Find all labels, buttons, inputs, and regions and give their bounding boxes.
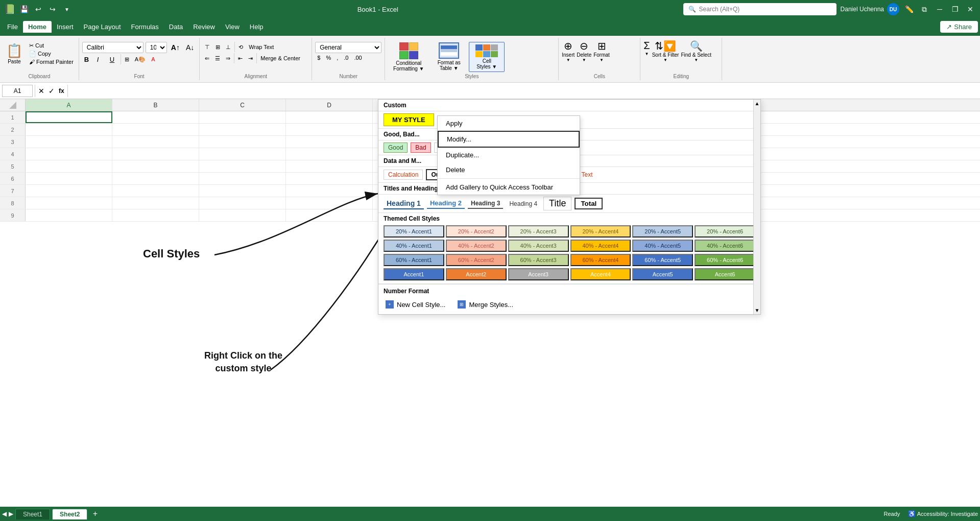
accent2-60-button[interactable]: 60% - Accent2 (446, 254, 507, 266)
borders-button[interactable]: ⊞ (123, 56, 131, 63)
sheet-tab-sheet1[interactable]: Sheet1 (15, 509, 50, 519)
bad-style-button[interactable]: Bad (411, 143, 431, 153)
paste-button[interactable]: 📋 Paste (3, 40, 26, 67)
align-middle-button[interactable]: ⊞ (213, 43, 222, 51)
cell-a5[interactable] (26, 160, 112, 172)
cell-b9[interactable] (112, 209, 199, 221)
format-painter-button[interactable]: 🖌 Format Painter (27, 58, 76, 65)
cell-b4[interactable] (112, 148, 199, 160)
menu-formulas[interactable]: Formulas (126, 21, 164, 33)
new-cell-style-button[interactable]: + New Cell Style... (384, 299, 447, 310)
align-right-button[interactable]: ⇒ (224, 55, 232, 62)
restore-button[interactable]: ⧉ (919, 4, 930, 15)
accent1-20-button[interactable]: 20% - Accent1 (384, 225, 444, 238)
col-header-b[interactable]: B (112, 99, 199, 111)
accent3-40-button[interactable]: 40% - Accent3 (508, 240, 569, 252)
accent1-60-button[interactable]: 60% - Accent1 (384, 254, 444, 266)
cell-b6[interactable] (112, 173, 199, 184)
pen-button[interactable]: ✏️ (903, 4, 915, 15)
accent4-20-button[interactable]: 20% - Accent4 (570, 225, 631, 238)
format-button[interactable]: ⊞ Format ▼ (593, 40, 610, 62)
cut-button[interactable]: ✂ Cut (27, 42, 76, 50)
accent6-20-button[interactable]: 20% - Accent6 (695, 225, 755, 238)
accent3-button[interactable]: Accent3 (508, 268, 569, 280)
decrease-font-button[interactable]: A↓ (184, 43, 196, 52)
scroll-down-button[interactable]: ▼ (755, 307, 760, 313)
cell-b2[interactable] (112, 124, 199, 135)
cell-a3[interactable] (26, 136, 112, 148)
title-style-button[interactable]: Title (543, 197, 571, 210)
context-apply[interactable]: Apply (438, 116, 580, 131)
formula-input[interactable] (70, 87, 978, 94)
accent5-60-button[interactable]: 60% - Accent5 (632, 254, 693, 266)
cell-a7[interactable] (26, 185, 112, 197)
cell-d7[interactable] (286, 185, 373, 197)
cell-d8[interactable] (286, 197, 373, 209)
align-top-button[interactable]: ⊤ (203, 43, 212, 51)
cell-c6[interactable] (199, 173, 286, 184)
bold-button[interactable]: B (82, 55, 93, 64)
total-style-button[interactable]: Total (575, 198, 603, 209)
customize-button[interactable]: ▼ (61, 4, 73, 15)
cell-b7[interactable] (112, 185, 199, 197)
cell-c9[interactable] (199, 209, 286, 221)
menu-page-layout[interactable]: Page Layout (79, 21, 126, 33)
align-left-button[interactable]: ⇐ (203, 55, 211, 62)
cell-b8[interactable] (112, 197, 199, 209)
underline-button[interactable]: U (108, 55, 119, 64)
save-button[interactable]: 💾 (18, 4, 30, 15)
col-header-a[interactable]: A (26, 99, 112, 111)
orientation-button[interactable]: ⟲ (236, 43, 245, 51)
decrease-indent-button[interactable]: ⇤ (236, 55, 245, 62)
italic-button[interactable]: I (95, 55, 106, 64)
accent1-40-button[interactable]: 40% - Accent1 (384, 240, 444, 252)
heading1-style-button[interactable]: Heading 1 (384, 198, 424, 209)
menu-data[interactable]: Data (164, 21, 188, 33)
confirm-formula-button[interactable]: ✓ (47, 86, 56, 96)
cell-a8[interactable] (26, 197, 112, 209)
cell-c3[interactable] (199, 136, 286, 148)
fill-color-button[interactable]: A🎨 (133, 56, 148, 63)
heading3-style-button[interactable]: Heading 3 (468, 199, 503, 209)
cell-styles-button[interactable]: CellStyles ▼ (469, 42, 505, 72)
share-button[interactable]: ↗Share (940, 21, 978, 33)
search-box[interactable]: 🔍 (683, 3, 836, 15)
scroll-right-tab-button[interactable]: ▶ (9, 510, 13, 517)
increase-decimal-button[interactable]: .00 (352, 54, 364, 61)
decrease-decimal-button[interactable]: .0 (342, 54, 350, 61)
col-header-c[interactable]: C (199, 99, 286, 111)
delete-button[interactable]: ⊖ Delete ▼ (577, 40, 591, 62)
cell-d6[interactable] (286, 173, 373, 184)
comma-button[interactable]: , (334, 54, 340, 61)
accent6-40-button[interactable]: 40% - Accent6 (695, 240, 755, 252)
sum-button[interactable]: Σ ▼ (643, 40, 650, 56)
cell-c1[interactable] (199, 111, 286, 123)
accent5-button[interactable]: Accent5 (632, 268, 693, 280)
accent3-60-button[interactable]: 60% - Accent3 (508, 254, 569, 266)
accent2-40-button[interactable]: 40% - Accent2 (446, 240, 507, 252)
merge-styles-button[interactable]: ⊞ Merge Styles... (456, 299, 515, 310)
cell-d4[interactable] (286, 148, 373, 160)
menu-view[interactable]: View (220, 21, 245, 33)
calculation-style-button[interactable]: Calculation (384, 170, 423, 180)
accent6-button[interactable]: Accent6 (695, 268, 755, 280)
font-family-select[interactable]: Calibri (82, 42, 144, 53)
insert-button[interactable]: ⊕ Insert ▼ (562, 40, 575, 62)
cancel-formula-button[interactable]: ✕ (37, 86, 45, 96)
cell-d5[interactable] (286, 160, 373, 172)
context-duplicate[interactable]: Duplicate... (438, 148, 580, 162)
cell-a1[interactable] (26, 111, 112, 123)
font-size-select[interactable]: 10 (146, 42, 167, 53)
minimize-button[interactable]: ─ (934, 4, 945, 15)
format-table-button[interactable]: Format asTable ▼ (431, 42, 467, 71)
percent-button[interactable]: % (324, 54, 333, 61)
wrap-text-button[interactable]: Wrap Text (247, 43, 276, 51)
cell-reference-input[interactable] (2, 85, 33, 97)
context-add-toolbar[interactable]: Add Gallery to Quick Access Toolbar (438, 180, 580, 195)
cell-b5[interactable] (112, 160, 199, 172)
scroll-up-button[interactable]: ▲ (755, 101, 760, 106)
cell-d3[interactable] (286, 136, 373, 148)
cell-a9[interactable] (26, 209, 112, 221)
currency-button[interactable]: $ (315, 54, 322, 61)
accent2-button[interactable]: Accent2 (446, 268, 507, 280)
